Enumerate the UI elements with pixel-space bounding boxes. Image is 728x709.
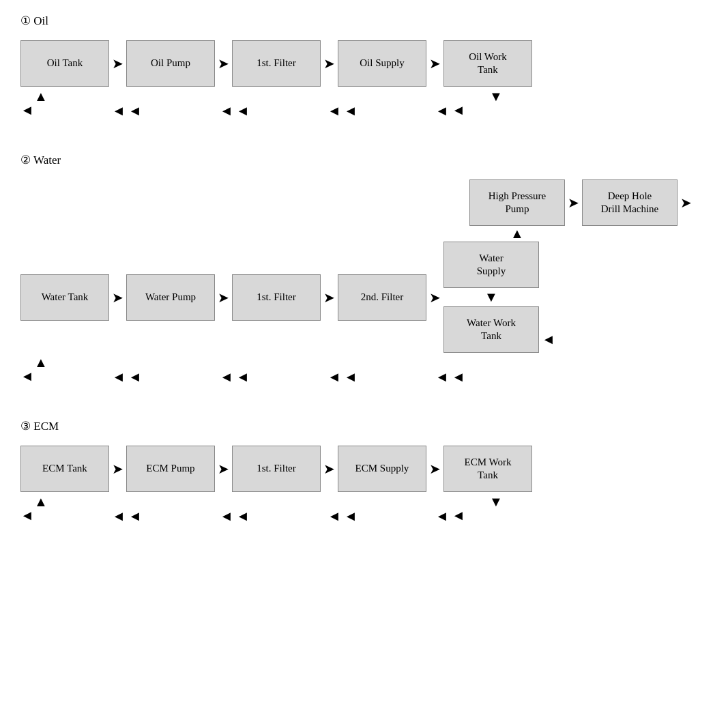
oil-down-arrow: ▼	[489, 89, 503, 103]
arrow-f1-f2: ➤	[323, 291, 335, 304]
water-ret-arrow-2: ◄	[112, 369, 126, 385]
oil-up-arrow: ▲	[34, 89, 48, 103]
oil-pump-box: Oil Pump	[126, 40, 215, 87]
water-filter1-box: 1st. Filter	[232, 274, 321, 321]
arrow-right-4: ➤	[429, 57, 441, 70]
oil-section: ① Oil Oil Tank ➤ Oil Pump ➤ 1st. Filter …	[20, 14, 708, 119]
water-ret-arrow-3: ◄	[128, 369, 142, 385]
ecm-arrow-4: ➤	[429, 462, 441, 476]
water-title: ② Water	[20, 153, 708, 167]
oil-flow-row: Oil Tank ➤ Oil Pump ➤ 1st. Filter ➤ Oil …	[20, 40, 708, 87]
water-ret-arrow-7: ◄	[344, 369, 358, 385]
water-supply-down-arrow: ▼	[484, 289, 498, 305]
ecm-section: ③ ECM ECM Tank ➤ ECM Pump ➤ 1st. Filter …	[20, 419, 708, 524]
ecm-title: ③ ECM	[20, 419, 708, 433]
water-ret-arrow-5: ◄	[236, 369, 250, 385]
oil-return-arrow-3: ◄	[128, 103, 142, 119]
water-tank-box: Water Tank	[20, 274, 109, 321]
oil-flow-area: Oil Tank ➤ Oil Pump ➤ 1st. Filter ➤ Oil …	[20, 40, 708, 119]
deep-hole-drill-box: Deep Hole Drill Machine	[582, 179, 678, 226]
ecm-supply-box: ECM Supply	[338, 446, 426, 492]
ecm-return-arrow-7: ◄	[344, 508, 358, 524]
oil-return-arrow-9: ◄	[452, 103, 465, 117]
arrow-wp-f1: ➤	[218, 291, 229, 304]
arrow-right-3: ➤	[323, 57, 335, 70]
oil-tank-box: Oil Tank	[20, 40, 109, 87]
oil-work-tank-box: Oil Work Tank	[443, 40, 532, 87]
oil-title-text: ① Oil	[20, 14, 48, 28]
ecm-filter-box: 1st. Filter	[232, 446, 321, 492]
ecm-return-row: ▲ ◄ ◄ ◄ ◄ ◄ ◄ ◄ ◄	[20, 495, 708, 524]
arrow-right-1: ➤	[112, 57, 123, 70]
water-ret-arrow-6: ◄	[327, 369, 341, 385]
ecm-return-arrow-9: ◄	[452, 508, 465, 522]
ecm-return-arrow-6: ◄	[327, 508, 341, 524]
water-ret-arrow-8: ◄	[435, 369, 449, 385]
oil-supply-box: Oil Supply	[338, 40, 426, 87]
ecm-up-arrow: ▲	[34, 495, 48, 508]
water-ret-arrow-4: ◄	[220, 369, 233, 385]
oil-return-arrow-7: ◄	[344, 103, 358, 119]
water-top-row: High Pressure Pump ➤ Deep Hole Drill Mac…	[469, 179, 708, 226]
water-up-arrow: ▲	[34, 356, 48, 369]
ecm-return-arrow-1: ◄	[20, 508, 34, 522]
ecm-work-tank-box: ECM Work Tank	[443, 446, 532, 492]
oil-return-arrow-1: ◄	[20, 103, 34, 117]
ecm-arrow-1: ➤	[112, 462, 123, 476]
oil-title: ① Oil	[20, 14, 708, 28]
water-right-col: Water Supply ▼ Water Work Tank	[443, 242, 539, 353]
ecm-return-arrow-5: ◄	[236, 508, 250, 524]
water-flow-wrapper: High Pressure Pump ➤ Deep Hole Drill Mac…	[20, 179, 708, 385]
arrow-dh-right: ➤	[680, 194, 692, 211]
oil-return-arrow-2: ◄	[112, 103, 126, 119]
ecm-return-arrow-4: ◄	[220, 508, 233, 524]
ecm-tank-box: ECM Tank	[20, 446, 109, 492]
arrow-wwt-right: ◄	[542, 332, 555, 347]
ecm-arrow-2: ➤	[218, 462, 229, 476]
ecm-arrow-3: ➤	[323, 462, 335, 476]
water-ret-arrow-1: ◄	[20, 369, 34, 383]
water-up-arrow-row: ▲	[469, 226, 708, 242]
arrow-right-2: ➤	[218, 57, 229, 70]
arrow-f2-ws: ➤	[429, 291, 441, 304]
oil-return-arrow-6: ◄	[327, 103, 341, 119]
water-ret-arrow-9: ◄	[452, 369, 465, 385]
water-return-row: ▲ ◄ ◄ ◄ ◄ ◄ ◄ ◄ ◄	[20, 356, 708, 385]
arrow-wt-wp: ➤	[112, 291, 123, 304]
oil-return-arrow-5: ◄	[236, 103, 250, 119]
ecm-pump-box: ECM Pump	[126, 446, 215, 492]
ecm-return-arrow-2: ◄	[112, 508, 126, 524]
water-filter2-box: 2nd. Filter	[338, 274, 426, 321]
ecm-return-arrow-3: ◄	[128, 508, 142, 524]
ecm-down-arrow: ▼	[489, 495, 503, 508]
high-pressure-pump-box: High Pressure Pump	[469, 179, 565, 226]
ecm-title-text: ③ ECM	[20, 419, 59, 433]
water-work-tank-box: Water Work Tank	[443, 306, 539, 353]
water-supply-box: Water Supply	[443, 242, 539, 288]
water-pump-box: Water Pump	[126, 274, 215, 321]
ecm-flow-area: ECM Tank ➤ ECM Pump ➤ 1st. Filter ➤ ECM …	[20, 446, 708, 524]
oil-return-arrow-8: ◄	[435, 103, 449, 119]
water-section: ② Water High Pressure Pump ➤ Deep Hole D…	[20, 153, 708, 385]
water-hp-up-arrow: ▲	[510, 226, 524, 242]
water-main-row: Water Tank ➤ Water Pump ➤ 1st. Filter ➤ …	[20, 242, 708, 353]
water-title-text: ② Water	[20, 153, 61, 167]
oil-filter-box: 1st. Filter	[232, 40, 321, 87]
ecm-return-arrow-8: ◄	[435, 508, 449, 524]
oil-return-arrow-4: ◄	[220, 103, 233, 119]
arrow-hp-to-dh: ➤	[568, 196, 579, 209]
ecm-flow-row: ECM Tank ➤ ECM Pump ➤ 1st. Filter ➤ ECM …	[20, 446, 708, 492]
